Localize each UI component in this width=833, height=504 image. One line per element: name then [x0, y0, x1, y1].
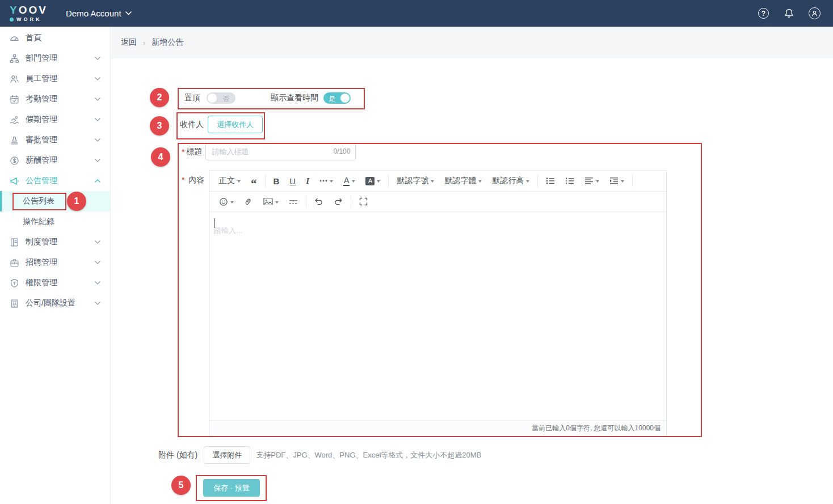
sidebar-item-label: 審批管理 [26, 135, 57, 145]
show-view-time-label: 顯示查看時間 [271, 93, 318, 103]
font-size-dropdown[interactable]: 默認字號 [392, 171, 439, 191]
caret-down-icon [377, 180, 380, 184]
sidebar: 首頁 部門管理 員工管理 考勤管理 假期管理 審批管理 薪酬管理 公告管理 公告… [0, 27, 111, 504]
sidebar-item-approvals[interactable]: 審批管理 [0, 130, 110, 150]
font-family-dropdown[interactable]: 默認字體 [439, 171, 487, 191]
bullet-list-button[interactable] [541, 171, 560, 191]
sidebar-item-payroll[interactable]: 薪酬管理 [0, 150, 110, 171]
sidebar-item-label: 首頁 [26, 33, 41, 43]
toggle-knob [208, 94, 217, 103]
editor-toolbar-row1: 正文 “ B U I A A 默認字號 默認字體 默認行高 [209, 171, 666, 192]
sidebar-item-permissions[interactable]: 權限管理 [0, 273, 110, 293]
italic-icon: I [306, 176, 309, 186]
attachment-label: 附件 (如有) [158, 450, 197, 460]
align-dropdown[interactable] [579, 171, 604, 191]
chevron-down-icon [95, 159, 100, 162]
italic-button[interactable]: I [301, 171, 314, 191]
highlight-icon: A [365, 177, 375, 185]
account-switcher[interactable]: Demo Account [66, 9, 132, 18]
shield-icon [10, 278, 19, 288]
attachment-hint: 支持PDF、JPG、Word、PNG、Excel等格式，文件大小不超過20MB [256, 450, 481, 460]
editor-toolbar-row2 [209, 192, 666, 212]
sidebar-item-attendance[interactable]: 考勤管理 [0, 89, 110, 109]
show-view-time-toggle-value: 是 [329, 94, 335, 104]
ordered-list-button[interactable] [560, 171, 579, 191]
content-char-counter: 當前已輸入0個字符, 您還可以輸入10000個 [532, 423, 660, 433]
sidebar-item-employees[interactable]: 員工管理 [0, 69, 110, 89]
pin-toggle[interactable]: 否 [207, 92, 235, 104]
breadcrumb-separator: › [143, 39, 145, 47]
sidebar-item-label: 員工管理 [26, 74, 57, 84]
editor-footer: 當前已輸入0個字符, 您還可以輸入10000個 [209, 420, 666, 436]
chevron-down-icon [125, 11, 132, 15]
toolbar-divider [306, 196, 306, 207]
help-button[interactable]: ? [758, 7, 769, 19]
help-icon: ? [758, 8, 769, 19]
underline-icon: U [289, 176, 296, 186]
redo-button[interactable] [329, 192, 348, 211]
insert-divider-button[interactable] [284, 192, 303, 211]
select-recipient-button[interactable]: 選擇收件人 [208, 116, 263, 133]
chevron-down-icon [95, 302, 100, 305]
sidebar-item-home[interactable]: 首頁 [0, 28, 110, 48]
sidebar-item-policies[interactable]: 制度管理 [0, 232, 110, 252]
chevron-down-icon [95, 77, 100, 81]
more-icon [319, 180, 327, 182]
org-chart-icon [10, 54, 19, 63]
sidebar-subitem-operation-log[interactable]: 操作紀錄 [0, 211, 110, 232]
font-color-icon: A [343, 176, 350, 186]
fullscreen-button[interactable] [354, 192, 373, 211]
paragraph-style-dropdown[interactable]: 正文 [214, 171, 246, 191]
notifications-button[interactable] [783, 7, 795, 19]
chevron-down-icon [95, 98, 100, 101]
indent-dropdown[interactable] [604, 171, 629, 191]
select-attachment-button[interactable]: 選擇附件 [204, 446, 250, 464]
sidebar-item-company-settings[interactable]: 公司/團隊設置 [0, 293, 110, 314]
sidebar-item-leave[interactable]: 假期管理 [0, 109, 110, 130]
title-label: 標題 [186, 147, 202, 157]
align-icon [584, 177, 594, 185]
font-color-dropdown[interactable]: A [338, 171, 360, 191]
sidebar-subitem-label: 公告列表 [23, 196, 54, 206]
insert-image-dropdown[interactable] [258, 192, 284, 211]
sidebar-subitem-announcement-list[interactable]: 公告列表 [0, 191, 110, 211]
blockquote-button[interactable]: “ [246, 171, 262, 191]
sidebar-item-label: 薪酬管理 [26, 155, 57, 166]
quote-icon: “ [251, 181, 257, 187]
editor-placeholder: 請輸入... [214, 226, 242, 236]
dollar-icon [10, 156, 19, 166]
toggle-knob [340, 94, 350, 103]
insert-link-button[interactable] [239, 192, 258, 211]
pin-toggle-value: 否 [222, 94, 229, 104]
back-link[interactable]: 返回 [121, 37, 137, 48]
show-view-time-toggle[interactable]: 是 [323, 92, 351, 104]
save-preview-button[interactable]: 保存 · 預覽 [203, 479, 260, 497]
undo-button[interactable] [309, 192, 329, 211]
sidebar-item-recruitment[interactable]: 招聘管理 [0, 252, 110, 273]
sidebar-subitem-label: 操作紀錄 [23, 217, 54, 227]
emoji-dropdown[interactable] [214, 192, 239, 211]
user-avatar[interactable] [809, 7, 821, 19]
page-title: 新增公告 [152, 37, 183, 48]
more-styles-dropdown[interactable] [314, 171, 338, 191]
image-icon [263, 197, 273, 206]
sidebar-item-departments[interactable]: 部門管理 [0, 48, 110, 69]
bold-button[interactable]: B [268, 171, 285, 191]
line-height-dropdown[interactable]: 默認行高 [487, 171, 535, 191]
editor-content[interactable]: 請輸入... [209, 212, 666, 420]
underline-button[interactable]: U [284, 171, 301, 191]
sidebar-item-announcements[interactable]: 公告管理 [0, 171, 110, 191]
ordered-list-icon [565, 177, 574, 185]
stamp-icon [10, 135, 19, 145]
chevron-down-icon [95, 261, 100, 264]
calendar-icon [10, 95, 19, 104]
avatar-icon [809, 7, 821, 19]
undo-icon [314, 197, 323, 206]
chevron-up-icon [95, 179, 100, 183]
caret-down-icon [352, 180, 355, 184]
pin-label: 置頂 [184, 93, 200, 103]
required-mark: * [182, 175, 184, 184]
highlight-color-dropdown[interactable]: A [360, 171, 385, 191]
caret-down-icon [230, 201, 234, 205]
redo-icon [334, 197, 343, 206]
